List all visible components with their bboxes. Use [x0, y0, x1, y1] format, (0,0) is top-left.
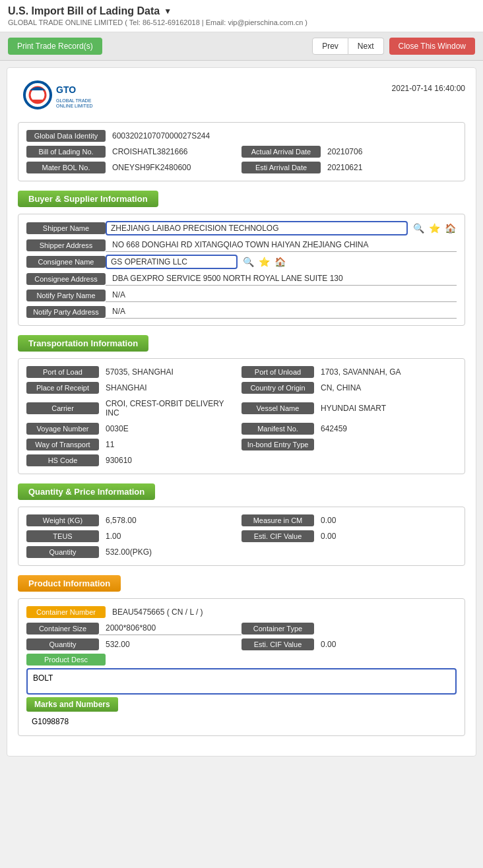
buyer-supplier-card: Shipper Name ZHEJIANG LAIBAO PRECISION T… — [18, 214, 465, 326]
close-button[interactable]: Close This Window — [389, 38, 475, 55]
master-bol-row: Mater BOL No. ONEYSH9FK2480600 Esti Arri… — [26, 161, 457, 174]
port-load-value: 57035, SHANGHAI — [99, 365, 242, 379]
inbond-value — [314, 443, 457, 447]
quantity-value: 532.00(PKG) — [99, 545, 457, 559]
bol-label: Bill of Lading No. — [26, 146, 106, 158]
container-type-label: Container Type — [242, 623, 314, 635]
transportation-title: Transportation Information — [18, 335, 148, 352]
consignee-address-value: DBA GEXPRO SERVICE 9500 NORTH ROYAL LANE… — [106, 272, 457, 286]
logo-box: GTO GLOBAL TRADE ONLINE LIMITED — [18, 78, 97, 111]
consignee-star-icon[interactable]: ⭐ — [257, 255, 271, 268]
product-esti-cif-label: Esti. CIF Value — [242, 638, 314, 650]
vessel-label: Vessel Name — [242, 402, 314, 414]
bol-value: CROISHATL3821666 — [106, 145, 242, 158]
voyage-label: Voyage Number — [26, 423, 99, 435]
product-desc-box: BOLT — [26, 668, 457, 695]
container-size-value: 2000*806*800 — [99, 621, 242, 635]
print-button[interactable]: Print Trade Record(s) — [8, 38, 102, 55]
way-transport-label: Way of Transport — [26, 439, 99, 450]
buyer-supplier-title: Buyer & Supplier Information — [18, 191, 158, 207]
product-quantity-label: Quantity — [26, 638, 99, 650]
shipper-address-row: Shipper Address NO 668 DONGHAI RD XITANG… — [26, 238, 457, 252]
consignee-name-row: Consignee Name GS OPERATING LLC 🔍 ⭐ 🏠 — [26, 255, 457, 269]
vessel-value: HYUNDAI SMART — [314, 402, 457, 415]
hs-code-value: 930610 — [99, 454, 457, 467]
page-subtitle: GLOBAL TRADE ONLINE LIMITED ( Tel: 86-51… — [8, 18, 475, 26]
global-data-label: Global Data Identity — [26, 130, 106, 142]
port-load-row: Port of Load 57035, SHANGHAI Port of Unl… — [26, 365, 457, 379]
container-number-value: BEAU5475665 ( CN / L / ) — [106, 605, 457, 619]
teus-value: 1.00 — [99, 530, 242, 543]
dropdown-icon[interactable]: ▼ — [164, 7, 172, 16]
next-button[interactable]: Next — [348, 38, 384, 55]
page-header: U.S. Import Bill of Lading Data ▼ GLOBAL… — [0, 0, 483, 32]
carrier-value: CROI, CREST-ORBIT DELIVERY INC — [99, 397, 242, 419]
transportation-card: Port of Load 57035, SHANGHAI Port of Unl… — [18, 358, 465, 474]
svg-text:ONLINE LIMITED: ONLINE LIMITED — [56, 104, 93, 108]
title-text: U.S. Import Bill of Lading Data — [8, 5, 160, 17]
measure-label: Measure in CM — [242, 514, 314, 526]
notify-party-name-row: Notify Party Name N/A — [26, 288, 457, 302]
teus-row: TEUS 1.00 Esti. CIF Value 0.00 — [26, 530, 457, 543]
consignee-search-icon[interactable]: 🔍 — [242, 255, 255, 268]
place-receipt-value: SHANGHAI — [99, 381, 242, 394]
way-transport-value: 11 — [99, 438, 242, 451]
place-receipt-label: Place of Receipt — [26, 382, 99, 394]
teus-label: TEUS — [26, 530, 99, 542]
quantity-price-section: Quantity & Price Information Weight (KG)… — [18, 483, 465, 566]
voyage-row: Voyage Number 0030E Manifest No. 642459 — [26, 422, 457, 435]
marks-numbers-row: Marks and Numbers — [26, 697, 457, 712]
buyer-supplier-section: Buyer & Supplier Information Shipper Nam… — [18, 191, 465, 326]
consignee-address-label: Consignee Address — [26, 273, 106, 285]
main-content: GTO GLOBAL TRADE ONLINE LIMITED 2021-07-… — [7, 67, 476, 757]
weight-label: Weight (KG) — [26, 514, 99, 526]
svg-text:GTO: GTO — [56, 84, 76, 95]
svg-point-0 — [24, 82, 51, 108]
measure-value: 0.00 — [314, 514, 457, 527]
svg-text:GLOBAL TRADE: GLOBAL TRADE — [56, 98, 92, 103]
esti-arrival-value: 20210621 — [321, 161, 457, 174]
marks-numbers-value: G1098878 — [32, 717, 69, 726]
transportation-section: Transportation Information Port of Load … — [18, 335, 465, 474]
manifest-label: Manifest No. — [242, 423, 314, 435]
nav-group: Prev Next — [312, 38, 383, 55]
product-desc-label: Product Desc — [26, 654, 106, 666]
product-quantity-value: 532.00 — [99, 638, 242, 651]
logo-row: GTO GLOBAL TRADE ONLINE LIMITED 2021-07-… — [18, 78, 465, 111]
shipper-star-icon[interactable]: ⭐ — [428, 222, 441, 235]
voyage-value: 0030E — [99, 422, 242, 435]
prev-button[interactable]: Prev — [312, 38, 348, 55]
consignee-address-row: Consignee Address DBA GEXPRO SERVICE 950… — [26, 272, 457, 286]
carrier-row: Carrier CROI, CREST-ORBIT DELIVERY INC V… — [26, 397, 457, 419]
master-bol-label: Mater BOL No. — [26, 162, 106, 173]
weight-row: Weight (KG) 6,578.00 Measure in CM 0.00 — [26, 514, 457, 527]
shipper-address-value: NO 668 DONGHAI RD XITANGQIAO TOWN HAIYAN… — [106, 238, 457, 252]
shipper-search-icon[interactable]: 🔍 — [412, 222, 425, 235]
container-number-label: Container Number — [26, 606, 106, 618]
arrival-label: Actual Arrival Date — [242, 146, 321, 158]
shipper-home-icon[interactable]: 🏠 — [443, 222, 457, 235]
quantity-label: Quantity — [26, 546, 99, 558]
shipper-name-row: Shipper Name ZHEJIANG LAIBAO PRECISION T… — [26, 221, 457, 235]
notify-party-address-value: N/A — [106, 305, 457, 319]
consignee-name-value: GS OPERATING LLC — [106, 255, 238, 269]
consignee-home-icon[interactable]: 🏠 — [273, 255, 286, 268]
product-desc-value: BOLT — [33, 673, 53, 683]
shipper-address-label: Shipper Address — [26, 239, 106, 251]
marks-numbers-label: Marks and Numbers — [26, 697, 118, 712]
product-title: Product Information — [18, 575, 121, 592]
product-desc-label-row: Product Desc — [26, 654, 457, 666]
product-card: Container Number BEAU5475665 ( CN / L / … — [18, 598, 465, 736]
arrival-value: 20210706 — [321, 145, 457, 158]
port-unload-label: Port of Unload — [242, 366, 314, 378]
timestamp: 2021-07-14 16:40:00 — [392, 78, 465, 93]
container-size-label: Container Size — [26, 623, 99, 635]
quantity-price-title: Quantity & Price Information — [18, 483, 155, 500]
consignee-name-label: Consignee Name — [26, 256, 106, 268]
notify-party-name-label: Notify Party Name — [26, 290, 106, 301]
way-transport-row: Way of Transport 11 In-bond Entry Type — [26, 438, 457, 451]
notify-party-address-label: Notify Party Address — [26, 306, 106, 318]
notify-party-address-row: Notify Party Address N/A — [26, 305, 457, 319]
esti-arrival-label: Esti Arrival Date — [242, 162, 321, 173]
notify-party-name-value: N/A — [106, 288, 457, 302]
